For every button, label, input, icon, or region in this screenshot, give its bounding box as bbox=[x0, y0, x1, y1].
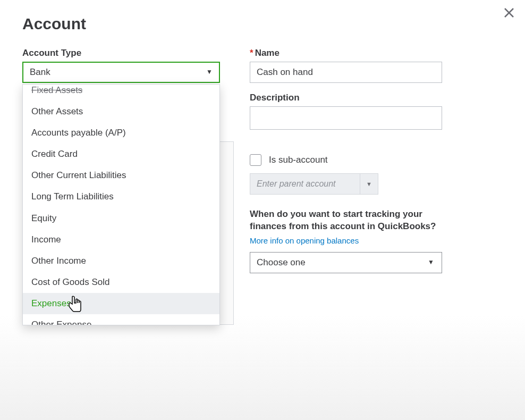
dropdown-option-other-assets[interactable]: Other Assets bbox=[23, 101, 219, 122]
parent-account-select[interactable]: Enter parent account ▼ bbox=[250, 173, 378, 195]
account-type-label: Account Type bbox=[22, 48, 220, 58]
dropdown-option-fixed-assets-partial[interactable]: Fixed Assets bbox=[23, 85, 219, 101]
parent-account-placeholder: Enter parent account bbox=[250, 179, 360, 189]
name-label: Name bbox=[250, 48, 442, 58]
tracking-question-label: When do you want to start tracking your … bbox=[250, 208, 442, 233]
chevron-down-icon: ▼ bbox=[206, 68, 213, 75]
sub-account-label: Is sub-account bbox=[269, 155, 328, 165]
dropdown-option-cost-of-goods-sold[interactable]: Cost of Goods Sold bbox=[23, 272, 219, 293]
sub-account-checkbox[interactable] bbox=[250, 154, 261, 166]
account-type-dropdown: Fixed Assets Other Assets Accounts payab… bbox=[22, 84, 220, 325]
tracking-start-placeholder: Choose one bbox=[257, 257, 306, 268]
more-info-link[interactable]: More info on opening balances bbox=[250, 236, 359, 245]
chevron-down-icon: ▼ bbox=[428, 258, 434, 266]
dropdown-option-credit-card[interactable]: Credit Card bbox=[23, 144, 219, 165]
dropdown-option-other-current-liabilities[interactable]: Other Current Liabilities bbox=[23, 165, 219, 186]
close-button[interactable] bbox=[503, 6, 515, 21]
dropdown-option-expenses[interactable]: Expenses bbox=[23, 293, 219, 314]
account-type-selected-value: Bank bbox=[30, 67, 50, 78]
dropdown-option-income[interactable]: Income bbox=[23, 229, 219, 250]
dropdown-option-equity[interactable]: Equity bbox=[23, 208, 219, 229]
description-label: Description bbox=[250, 93, 442, 103]
dropdown-option-other-expense[interactable]: Other Expense bbox=[23, 314, 219, 325]
dropdown-option-accounts-payable[interactable]: Accounts payable (A/P) bbox=[23, 122, 219, 144]
account-type-select[interactable]: Bank ▼ bbox=[22, 62, 220, 83]
chevron-down-icon: ▼ bbox=[360, 174, 378, 194]
dropdown-option-other-income[interactable]: Other Income bbox=[23, 250, 219, 272]
description-input[interactable] bbox=[250, 106, 442, 130]
name-input[interactable] bbox=[250, 62, 442, 83]
dropdown-option-long-term-liabilities[interactable]: Long Term Liabilities bbox=[23, 186, 219, 207]
tracking-start-select[interactable]: Choose one ▼ bbox=[250, 252, 442, 273]
account-dialog: Account Account Type Bank ▼ Fixed Assets… bbox=[0, 0, 525, 288]
close-icon bbox=[503, 6, 515, 19]
dialog-title: Account bbox=[22, 15, 503, 33]
